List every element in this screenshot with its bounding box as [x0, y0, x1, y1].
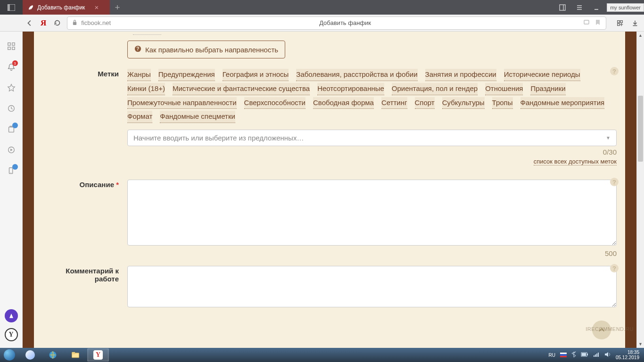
tag-category-link[interactable]: Кинки (18+) [127, 83, 165, 95]
lock-icon [72, 19, 77, 27]
tag-category-link[interactable]: Сеттинг [381, 97, 407, 109]
taskbar-app-yandex-zen[interactable] [19, 348, 41, 362]
tray-battery-icon[interactable] [581, 352, 588, 358]
vertical-scrollbar[interactable]: ▲ ▼ [636, 32, 644, 348]
alice-assistant-icon[interactable] [5, 309, 18, 322]
tag-category-link[interactable]: Субкультуры [442, 97, 485, 109]
divider [133, 34, 161, 35]
description-textarea[interactable] [127, 180, 617, 246]
back-button[interactable] [25, 19, 34, 27]
tag-category-link[interactable]: Сверхспособности [244, 97, 305, 109]
menu-icon[interactable] [571, 0, 588, 15]
scroll-down-arrow[interactable]: ▼ [637, 340, 644, 348]
taskbar-app-ie[interactable] [42, 348, 64, 362]
tag-category-link[interactable]: Формат [127, 111, 152, 123]
help-icon[interactable]: ? [610, 178, 619, 186]
tag-category-link[interactable]: География и этносы [223, 69, 289, 81]
yandex-logo-icon[interactable]: Я [41, 18, 46, 28]
tag-category-link[interactable]: Жанры [127, 69, 151, 81]
panel-icon[interactable] [554, 0, 571, 15]
reload-button[interactable] [53, 19, 61, 27]
tags-select-input[interactable]: Начните вводить или выберите из предложе… [127, 130, 617, 146]
help-icon[interactable]: ? [610, 264, 619, 272]
devices-icon[interactable] [6, 165, 17, 176]
tag-category-link[interactable]: Отношения [485, 83, 523, 95]
bookmark-icon[interactable] [594, 19, 601, 27]
tray-network-icon[interactable] [593, 352, 600, 358]
svg-rect-30 [594, 355, 594, 357]
tag-category-link[interactable]: Фандомные спецметки [160, 111, 235, 123]
tray-clock[interactable]: 18:35 05.12.2019 [616, 350, 639, 360]
notifications-icon[interactable]: 3 [6, 62, 17, 72]
svg-rect-16 [12, 47, 14, 49]
page-content: ? Как правильно выбрать направленность М… [34, 32, 625, 348]
tag-category-link[interactable]: Занятия и профессии [425, 69, 496, 81]
svg-rect-13 [8, 43, 10, 45]
taskbar-app-yandex-browser[interactable]: Y [87, 348, 109, 362]
downloads-icon[interactable] [631, 19, 639, 27]
tag-category-link[interactable]: Промежуточные направленности [127, 97, 237, 109]
page-viewport: ? Как правильно выбрать направленность М… [23, 32, 636, 348]
svg-rect-8 [73, 22, 76, 25]
minimize-button[interactable] [588, 0, 605, 15]
tag-category-link[interactable]: Ориентация, пол и гендер [392, 83, 478, 95]
tab-title: Добавить фанфик [37, 4, 85, 11]
tag-category-link[interactable]: Мистические и фантастические существа [173, 83, 310, 95]
svg-rect-18 [8, 127, 14, 132]
apps-icon[interactable] [6, 41, 17, 51]
tag-category-link[interactable]: Неотсортированные [317, 83, 384, 95]
favorites-icon[interactable] [6, 82, 17, 93]
all-tags-link[interactable]: список всех доступных меток [534, 158, 617, 165]
comment-textarea[interactable] [127, 266, 617, 307]
tray-language[interactable]: RU [548, 353, 555, 358]
new-tab-button[interactable]: + [110, 0, 125, 15]
svg-rect-28 [587, 354, 588, 355]
svg-rect-11 [620, 20, 622, 22]
svg-rect-32 [596, 354, 597, 357]
hint-text: Как правильно выбрать направленность [145, 46, 278, 54]
help-icon[interactable]: ? [610, 67, 619, 75]
svg-rect-9 [584, 20, 589, 24]
sidebar-toggle-button[interactable] [0, 0, 23, 15]
url-text: ficbook.net [81, 19, 111, 26]
tag-category-link[interactable]: Предупреждения [158, 69, 215, 81]
yandex-home-icon[interactable]: Y [5, 328, 18, 341]
tag-category-link[interactable]: Свободная форма [313, 97, 374, 109]
svg-rect-33 [598, 353, 599, 357]
window-title-bar: Добавить фанфик × + my sunflower [0, 0, 644, 15]
description-counter: 500 [127, 249, 617, 257]
taskbar-app-explorer[interactable] [65, 348, 86, 362]
extensions-icon[interactable] [616, 19, 624, 27]
chevron-down-icon: ▼ [606, 135, 611, 140]
dot-badge [12, 123, 18, 128]
tag-category-link[interactable]: Исторические периоды [504, 69, 580, 81]
scrollbar-thumb[interactable] [638, 96, 643, 162]
dot-badge [12, 164, 18, 170]
user-profile-badge[interactable]: my sunflower [607, 3, 644, 12]
tag-category-link[interactable]: Тропы [492, 97, 513, 109]
history-icon[interactable] [6, 103, 17, 114]
url-field[interactable]: ficbook.net Добавить фанфик [67, 16, 606, 30]
notifications-badge: 3 [12, 60, 18, 66]
tag-category-link[interactable]: Спорт [415, 97, 435, 109]
start-button[interactable] [0, 348, 19, 362]
tag-category-link[interactable]: Заболевания, расстройства и фобии [296, 69, 417, 81]
svg-rect-10 [618, 20, 619, 22]
svg-point-21 [10, 173, 11, 173]
direction-hint-box[interactable]: ? Как правильно выбрать направленность [127, 41, 285, 58]
collections-icon[interactable] [6, 124, 17, 134]
tag-category-link[interactable]: Фандомные мероприятия [520, 97, 605, 109]
tray-volume-icon[interactable] [604, 352, 611, 358]
svg-rect-26 [72, 352, 75, 354]
browser-tab-active[interactable]: Добавить фанфик × [23, 0, 110, 15]
protect-icon[interactable] [583, 19, 590, 27]
scroll-up-arrow[interactable]: ▲ [637, 32, 644, 39]
system-tray: RU 18:35 05.12.2019 [548, 350, 644, 360]
tray-bluetooth-icon[interactable] [571, 351, 576, 359]
page-title-text: Добавить фанфик [111, 19, 579, 26]
media-icon[interactable] [6, 145, 17, 155]
svg-rect-14 [12, 43, 14, 45]
tab-close-button[interactable]: × [94, 3, 99, 11]
tray-flag-icon[interactable] [560, 353, 567, 357]
tag-category-link[interactable]: Праздники [530, 83, 565, 95]
